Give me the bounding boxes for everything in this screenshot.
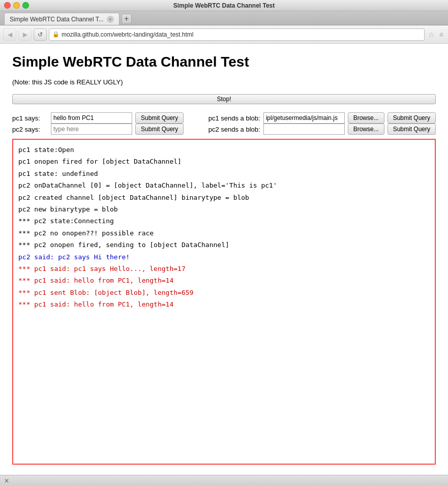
- page-title: Simple WebRTC Data Channel Test: [12, 54, 436, 70]
- log-line: *** pc1 said: pc1 says Hello..., length=…: [18, 263, 430, 275]
- pc1-says-input[interactable]: [51, 112, 132, 124]
- stop-button[interactable]: Stop!: [12, 94, 436, 104]
- log-line: *** pc1 sent Blob: [object Blob], length…: [18, 287, 430, 298]
- browser-tab[interactable]: Simple WebRTC Data Channel T... ×: [4, 13, 120, 25]
- pc2-says-section: pc2 says: Submit Query: [12, 124, 208, 135]
- pc1-blob-submit-button[interactable]: Submit Query: [387, 112, 436, 124]
- log-area[interactable]: pc1 state:Openpc1 onopen fired for [obje…: [12, 139, 436, 465]
- new-tab-button[interactable]: +: [122, 14, 132, 24]
- pc2-row: pc2 says: Submit Query pc2 sends a blob:…: [12, 124, 436, 135]
- address-bar[interactable]: 🔒 mozilla.github.com/webrtc-landing/data…: [49, 28, 425, 41]
- minimize-button[interactable]: [13, 2, 20, 9]
- navbar: ◀ ▶ ↺ 🔒 mozilla.github.com/webrtc-landin…: [0, 25, 448, 44]
- pc1-blob-input[interactable]: [263, 112, 345, 124]
- log-line: *** pc2 onopen fired, sending to [object…: [18, 239, 430, 251]
- status-text: ✕: [4, 477, 9, 484]
- statusbar: ✕: [0, 475, 448, 486]
- pc2-submit-button[interactable]: Submit Query: [135, 124, 184, 135]
- window-title: Simple WebRTC Data Channel Test: [173, 2, 275, 9]
- pc2-says-label: pc2 says:: [12, 126, 48, 133]
- pc2-blob-label: pc2 sends a blob:: [208, 126, 260, 133]
- forward-button[interactable]: ▶: [18, 28, 32, 41]
- reload-button[interactable]: ↺: [34, 28, 47, 41]
- back-button[interactable]: ◀: [3, 28, 16, 41]
- pc1-blob-section: pc1 sends a blob: Browse... Submit Query: [208, 112, 436, 124]
- titlebar: Simple WebRTC Data Channel Test: [0, 0, 448, 11]
- log-line: pc2 onDataChannel [0] = [object DataChan…: [18, 179, 430, 191]
- pc1-blob-label: pc1 sends a blob:: [208, 114, 260, 122]
- pc1-says-section: pc1 says: Submit Query: [12, 112, 208, 124]
- log-line: pc2 created channel [object DataChannel]…: [18, 192, 430, 203]
- tabbar: Simple WebRTC Data Channel T... × +: [0, 11, 448, 25]
- bookmark-icon[interactable]: ☆: [427, 31, 436, 39]
- address-text: mozilla.github.com/webrtc-landing/data_t…: [62, 31, 193, 38]
- pc1-row: pc1 says: Submit Query pc1 sends a blob:…: [12, 112, 436, 124]
- page-content: Simple WebRTC Data Channel Test (Note: t…: [0, 44, 448, 475]
- pc1-submit-button[interactable]: Submit Query: [135, 112, 184, 124]
- tab-close-icon[interactable]: ×: [107, 16, 114, 23]
- log-line: pc1 state: undefined: [18, 168, 430, 179]
- log-line: *** pc1 said: hello from PC1, length=14: [18, 275, 430, 286]
- address-icon: 🔒: [52, 31, 59, 38]
- menu-icon[interactable]: ≡: [438, 31, 445, 39]
- pc1-says-label: pc1 says:: [12, 114, 48, 122]
- log-line: pc2 new binarytype = blob: [18, 203, 430, 215]
- close-button[interactable]: [4, 2, 11, 9]
- log-line: *** pc2 no onopen??! possible race: [18, 227, 430, 239]
- log-line: pc2 said: pc2 says Hi there!: [18, 251, 430, 263]
- pc1-browse-button[interactable]: Browse...: [348, 112, 384, 124]
- pc2-blob-submit-button[interactable]: Submit Query: [387, 124, 436, 135]
- tab-label: Simple WebRTC Data Channel T...: [10, 16, 104, 23]
- maximize-button[interactable]: [22, 2, 29, 9]
- log-line: *** pc1 said: hello from PC1, length=14: [18, 298, 430, 310]
- log-line: pc1 state:Open: [18, 144, 430, 156]
- pc2-says-input[interactable]: [51, 124, 132, 135]
- pc2-blob-section: pc2 sends a blob: Browse... Submit Query: [208, 124, 436, 135]
- log-line: *** pc2 state:Connecting: [18, 215, 430, 227]
- new-tab-icon: +: [124, 14, 129, 23]
- pc2-browse-button[interactable]: Browse...: [348, 124, 384, 135]
- traffic-lights: [4, 2, 29, 9]
- log-line: pc1 onopen fired for [object DataChannel…: [18, 156, 430, 167]
- pc2-blob-input[interactable]: [263, 124, 345, 135]
- page-note: (Note: this JS code is REALLY UGLY): [12, 78, 436, 86]
- nav-right-buttons: ☆ ≡: [427, 31, 445, 39]
